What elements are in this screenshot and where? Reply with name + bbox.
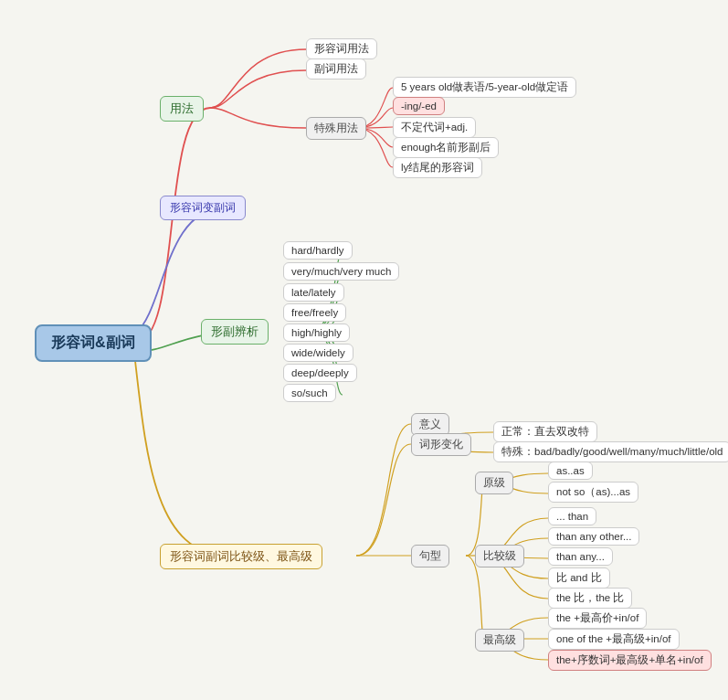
- leaf-fuyongfa: 副词用法: [306, 58, 366, 80]
- sub-teshu: 特殊用法: [306, 117, 366, 140]
- leaf-t4: enough名前形副后: [393, 137, 499, 158]
- leaf-t3: 不定代词+adj.: [393, 117, 476, 138]
- leaf-t2: -ing/-ed: [393, 97, 445, 115]
- sub-bijiaoji: 比较级: [475, 545, 524, 567]
- leaf-b8: so/such: [283, 384, 336, 402]
- sub-yuanji: 原级: [475, 472, 513, 494]
- leaf-cx2: 特殊：bad/badly/good/well/many/much/little/…: [493, 441, 728, 462]
- leaf-b2: very/much/very much: [283, 262, 399, 281]
- leaf-b3: late/lately: [283, 283, 344, 302]
- main-node: 形容词&副词: [35, 324, 152, 362]
- branch-bianxi: 形副辨析: [201, 319, 269, 345]
- leaf-zg3: the+序数词+最高级+单名+in/of: [548, 650, 712, 671]
- leaf-bj2: than any other...: [548, 527, 639, 546]
- leaf-b7: deep/deeply: [283, 364, 357, 382]
- leaf-zg2: one of the +最高级+in/of: [548, 629, 680, 650]
- branch-bianfuci: 形容词变副词: [160, 196, 246, 220]
- leaf-b6: wide/widely: [283, 344, 353, 362]
- branch-bijiao: 形容词副词比较级、最高级: [160, 544, 322, 569]
- leaf-bj3: than any...: [548, 547, 613, 566]
- leaf-t1: 5 years old做表语/5-year-old做定语: [393, 77, 576, 98]
- leaf-zg1: the +最高价+in/of: [548, 608, 647, 629]
- leaf-b1: hard/hardly: [283, 241, 353, 260]
- sub-zuigaoji: 最高级: [475, 629, 524, 652]
- leaf-y2: not so（as)...as: [548, 482, 638, 503]
- leaf-xrjyongfa: 形容词用法: [306, 38, 377, 59]
- leaf-bj1: ... than: [548, 507, 596, 525]
- sub-cixing: 词形变化: [411, 433, 471, 456]
- leaf-bj4: 比 and 比: [548, 567, 610, 589]
- leaf-y1: as..as: [548, 461, 593, 480]
- branch-yongfa: 用法: [160, 96, 204, 122]
- leaf-cx1: 正常：直去双改特: [493, 421, 597, 442]
- sub-juxing: 句型: [411, 545, 449, 567]
- leaf-bj5: the 比，the 比: [548, 588, 632, 609]
- leaf-b4: free/freely: [283, 303, 346, 322]
- leaf-t5: ly结尾的形容词: [393, 157, 482, 178]
- main-label: 形容词&副词: [35, 324, 152, 362]
- leaf-b5: high/highly: [283, 323, 350, 342]
